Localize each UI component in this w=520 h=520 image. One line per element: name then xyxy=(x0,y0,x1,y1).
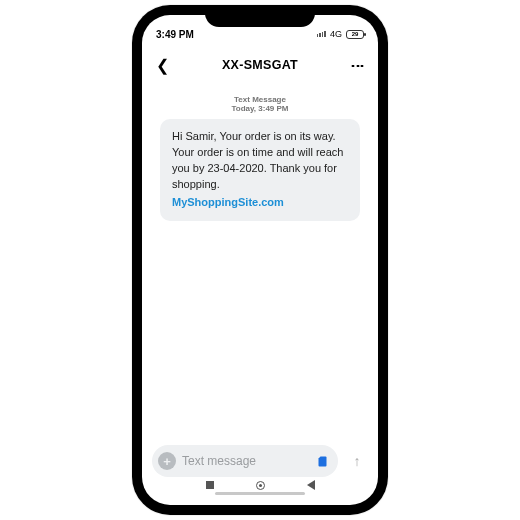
conversation-header: ❮ XX-SMSGAT ⋮ xyxy=(142,47,378,83)
home-icon[interactable] xyxy=(256,481,265,490)
android-nav-bar xyxy=(152,477,368,493)
incoming-message-bubble[interactable]: Hi Samir, Your order is on its way. Your… xyxy=(160,119,360,221)
back-icon[interactable]: ❮ xyxy=(156,56,169,75)
battery-level: 29 xyxy=(352,31,359,37)
gesture-bar xyxy=(215,492,305,495)
add-attachment-icon[interactable]: + xyxy=(158,452,176,470)
status-indicators: 4G 29 xyxy=(317,29,364,39)
signal-icon xyxy=(317,31,326,37)
message-text: Hi Samir, Your order is on its way. Your… xyxy=(172,130,343,190)
message-input[interactable]: Text message xyxy=(182,454,310,468)
status-time: 3:49 PM xyxy=(156,29,194,40)
send-arrow-icon[interactable]: ↑ xyxy=(346,450,368,472)
composer-area: + Text message ↑ xyxy=(142,437,378,505)
message-link[interactable]: MyShoppingSite.com xyxy=(172,195,348,211)
battery-icon: 29 xyxy=(346,30,364,39)
sim-card-icon[interactable] xyxy=(316,455,328,467)
sender-title[interactable]: XX-SMSGAT xyxy=(222,58,298,72)
network-label: 4G xyxy=(330,29,342,39)
message-input-pill[interactable]: + Text message xyxy=(152,445,338,477)
phone-device-frame: 3:49 PM 4G 29 ❮ XX-SMSGAT ⋮ Text Message… xyxy=(132,5,388,515)
message-type-label: Text Message xyxy=(156,95,364,104)
thread-meta: Text Message Today, 3:49 PM xyxy=(156,95,364,113)
recents-icon[interactable] xyxy=(206,481,214,489)
message-thread[interactable]: Text Message Today, 3:49 PM Hi Samir, Yo… xyxy=(142,83,378,437)
back-nav-icon[interactable] xyxy=(307,480,315,490)
more-options-icon[interactable]: ⋮ xyxy=(350,59,366,72)
phone-notch xyxy=(205,5,315,27)
message-timestamp: Today, 3:49 PM xyxy=(156,104,364,113)
phone-screen: 3:49 PM 4G 29 ❮ XX-SMSGAT ⋮ Text Message… xyxy=(142,15,378,505)
